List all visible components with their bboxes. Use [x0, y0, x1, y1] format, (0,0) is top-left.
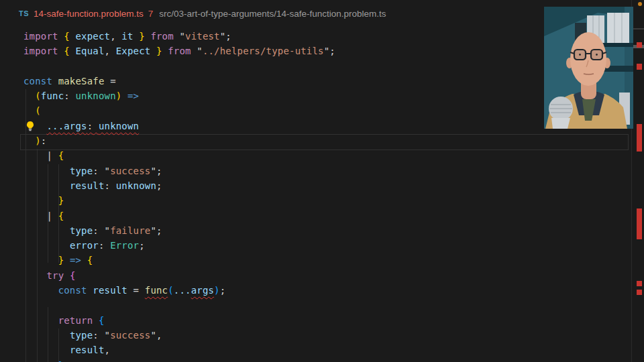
code-line[interactable]: error: Error;	[23, 238, 335, 253]
code-token[interactable]: (	[35, 90, 41, 101]
code-token[interactable]: {	[64, 31, 75, 42]
code-token[interactable]	[93, 315, 99, 326]
code-token[interactable]: type	[70, 225, 93, 236]
code-token[interactable]: vitest	[185, 31, 220, 42]
code-token[interactable]: =	[127, 285, 145, 296]
code-token[interactable]: }	[58, 255, 64, 265]
code-line[interactable]: import { expect, it } from "vitest";	[23, 29, 335, 44]
code-token[interactable]: "	[150, 225, 156, 236]
code-token[interactable]	[52, 150, 58, 161]
code-token[interactable]: ;	[139, 240, 145, 251]
code-token[interactable]	[52, 76, 58, 86]
code-token[interactable]	[133, 31, 140, 42]
code-token[interactable]: const	[23, 76, 52, 86]
code-token[interactable]: func	[145, 285, 168, 296]
code-token[interactable]: type	[70, 166, 93, 176]
overview-ruler[interactable]	[632, 0, 644, 362]
code-token[interactable]: "	[197, 46, 203, 56]
code-token[interactable]: ../helpers/type-utils	[203, 46, 324, 56]
code-line[interactable]	[23, 298, 335, 312]
code-token[interactable]: :	[41, 135, 47, 146]
code-token[interactable]: ,	[156, 330, 162, 341]
code-line[interactable]	[23, 59, 335, 74]
code-token[interactable]: ;	[329, 46, 335, 56]
code-token[interactable]: success	[110, 330, 150, 341]
code-token[interactable]	[23, 210, 46, 221]
code-token[interactable]	[23, 315, 58, 326]
code-line[interactable]: result: unknown;	[23, 178, 335, 193]
code-token[interactable]: "	[324, 46, 330, 56]
code-line[interactable]: type: "success";	[23, 164, 335, 178]
code-token[interactable]: type	[70, 330, 93, 341]
code-token[interactable]	[150, 46, 156, 56]
code-token[interactable]	[99, 166, 105, 176]
code-token[interactable]: ,	[105, 345, 111, 355]
code-token[interactable]: :	[105, 180, 111, 191]
code-token[interactable]: from	[162, 46, 197, 56]
code-token[interactable]: const	[58, 285, 87, 296]
code-token[interactable]: makeSafe	[58, 76, 105, 86]
code-token[interactable]	[23, 255, 58, 265]
code-token[interactable]: )	[214, 285, 220, 296]
code-token[interactable]: unknown	[75, 90, 115, 101]
code-token[interactable]: ;	[64, 360, 70, 362]
code-token[interactable]: ,	[110, 31, 121, 42]
code-token[interactable]	[105, 240, 111, 251]
code-line[interactable]: (	[23, 103, 335, 118]
code-token[interactable]: args	[191, 285, 214, 296]
code-token[interactable]: }	[58, 360, 64, 362]
code-line[interactable]: type: "success",	[23, 328, 335, 343]
code-token[interactable]: error	[70, 240, 99, 251]
code-token[interactable]: unknown	[116, 180, 156, 191]
code-token[interactable]	[99, 330, 105, 341]
code-token[interactable]	[23, 105, 35, 116]
code-token[interactable]: {	[64, 46, 75, 56]
code-line[interactable]: | {	[23, 148, 335, 163]
code-line[interactable]: ):	[23, 133, 335, 148]
code-line[interactable]: const makeSafe =	[23, 74, 335, 88]
code-token[interactable]: Error	[110, 240, 139, 251]
code-token[interactable]	[52, 210, 58, 221]
code-token[interactable]: :	[93, 225, 99, 236]
code-token[interactable]: )	[35, 135, 41, 146]
code-line[interactable]: type: "failure";	[23, 223, 335, 238]
code-token[interactable]	[81, 255, 87, 265]
code-content[interactable]: import { expect, it } from "vitest";impo…	[23, 29, 335, 362]
code-token[interactable]: expect	[75, 31, 110, 42]
code-token[interactable]: {	[70, 270, 76, 281]
code-editor[interactable]: import { expect, it } from "vitest";impo…	[0, 0, 632, 362]
code-token[interactable]: Expect	[116, 46, 151, 56]
code-token[interactable]: }	[139, 31, 145, 42]
code-token[interactable]: =	[105, 76, 116, 86]
code-token[interactable]: unknown	[99, 121, 139, 131]
code-line[interactable]: }	[23, 193, 335, 208]
code-token[interactable]: import	[23, 31, 64, 42]
code-line[interactable]: ...args: unknown	[23, 119, 335, 133]
code-token[interactable]: ;	[156, 180, 162, 191]
code-token[interactable]: result	[70, 180, 105, 191]
code-token[interactable]: return	[58, 315, 93, 326]
code-token[interactable]: failure	[110, 225, 150, 236]
code-token[interactable]	[23, 345, 70, 355]
code-line[interactable]: return {	[23, 313, 335, 328]
code-line[interactable]: import { Equal, Expect } from "../helper…	[23, 44, 335, 58]
code-token[interactable]	[23, 285, 58, 296]
code-token[interactable]: ;	[156, 166, 162, 176]
code-token[interactable]	[23, 270, 46, 281]
code-token[interactable]: func	[41, 90, 64, 101]
code-token[interactable]: {	[58, 150, 64, 161]
code-token[interactable]: (	[35, 105, 41, 116]
code-token[interactable]: :	[99, 240, 105, 251]
code-token[interactable]	[93, 121, 99, 131]
code-token[interactable]	[23, 180, 70, 191]
code-token[interactable]	[110, 180, 116, 191]
code-token[interactable]	[23, 121, 46, 131]
code-token[interactable]	[23, 135, 35, 146]
code-token[interactable]: result	[93, 285, 127, 296]
code-token[interactable]: import	[23, 46, 64, 56]
code-token[interactable]: =>	[70, 255, 81, 265]
code-token[interactable]: success	[110, 166, 150, 176]
code-token[interactable]: "	[105, 330, 111, 341]
code-token[interactable]: :	[93, 166, 99, 176]
code-token[interactable]: ...args	[46, 121, 87, 131]
